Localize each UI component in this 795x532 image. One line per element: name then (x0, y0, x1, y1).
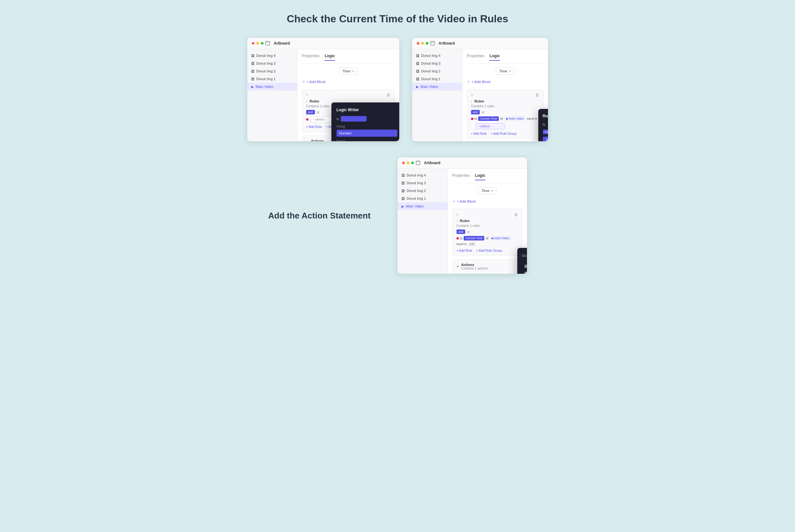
panel-3-content: Properties Logic Time ▾ ＋ + Add Block = (448, 169, 527, 274)
logic-popup-1: Logic Writer is String Number layout Don… (332, 102, 399, 141)
add-block-button[interactable]: ＋ + Add Block (302, 78, 395, 85)
panel-2-content: Properties Logic Time ▾ ＋ + Add Block = (462, 49, 548, 141)
p3-sidebar-item-donut1[interactable]: 🖼 Donut Img 1 (398, 194, 448, 202)
popup1-layout-label: layout (337, 139, 397, 141)
p2-sidebar-item-donut4[interactable]: 🖼 Donut Img 4 (412, 52, 462, 59)
p2-tab-properties[interactable]: Properties (467, 54, 485, 61)
sidebar-item-donut3[interactable]: 🖼 Donut Img 3 (247, 59, 297, 67)
sidebar-item-donut4[interactable]: 🖼 Donut Img 4 (247, 52, 297, 59)
panel-1-title: Artboard (274, 41, 290, 45)
tab-properties[interactable]: Properties (302, 54, 320, 61)
p2-trash-icon[interactable]: 🗑 (535, 93, 539, 97)
panel-1-sidebar: 🖼 Donut Img 4 🖼 Donut Img 3 🖼 Donut Img … (247, 49, 298, 141)
p2-or-label[interactable]: or (482, 111, 485, 114)
p2-current-time-chip[interactable]: Current Time (478, 116, 499, 121)
popup2-value-input[interactable] (543, 137, 548, 141)
close-dot[interactable] (252, 42, 254, 44)
p2-dropdown-row: Time ▾ (467, 68, 544, 75)
p3-max-dot[interactable] (411, 162, 414, 164)
p3-main-video-chip[interactable]: ▶ Main Video (490, 236, 511, 241)
p3-sidebar-item-donut4[interactable]: 🖼 Donut Img 4 (398, 171, 448, 179)
p3-rules-icon-row: ↕ Rules (456, 219, 518, 223)
p3-trash-icon[interactable]: 🗑 (514, 212, 518, 217)
popup3-donut2-item[interactable]: Donut Img 2 (522, 270, 527, 274)
popup2-is-label: Is (543, 122, 546, 126)
p3-and-or-row: and or (456, 229, 518, 234)
p3-sidebar-item-donut3[interactable]: 🖼 Donut Img 3 (398, 179, 448, 187)
sidebar-item-donut2[interactable]: 🖼 Donut Img 2 (247, 67, 297, 75)
add-rule-button[interactable]: + Add Rule (306, 125, 322, 129)
p3-or-label[interactable]: or (467, 230, 470, 234)
p2-main-video-chip[interactable]: ▶ Main Video (504, 116, 526, 121)
p2-sidebar-item-donut1[interactable]: 🖼 Donut Img 1 (412, 75, 462, 83)
artboard-icon (265, 41, 270, 45)
p2-select-row: --select-- (476, 123, 539, 129)
img-icon: 🖼 (251, 62, 254, 65)
p3-dropdown-arrow-icon: ▾ (491, 189, 493, 192)
sidebar-item-main-video[interactable]: ▶ Main Video (247, 83, 297, 91)
p3-add-rule-button[interactable]: + Add Rule (456, 249, 472, 252)
p3-tab-logic[interactable]: Logic (475, 173, 485, 180)
panel-2-body: 🖼 Donut Img 4 🖼 Donut Img 3 🖼 Donut Img … (412, 49, 548, 141)
p3-actions-title: Actions (461, 263, 488, 267)
p3-and-badge[interactable]: and (456, 229, 465, 234)
sidebar-item-donut1[interactable]: 🖼 Donut Img 1 (247, 75, 297, 83)
popup1-is-input[interactable] (341, 116, 367, 121)
p3-equal-to-label: equal to (456, 242, 467, 246)
p2-dropdown-arrow-icon: ▾ (509, 70, 511, 73)
p2-tab-logic[interactable]: Logic (490, 54, 500, 61)
p2-rule-select[interactable]: --select-- (476, 123, 505, 129)
p2-time-dropdown[interactable]: Time ▾ (496, 68, 514, 75)
popup2-header: Rules ✕ (543, 113, 548, 119)
p3-actions-icon: ✦ (456, 264, 459, 269)
p3-min-dot[interactable] (407, 162, 409, 164)
p3-img-icon2: 🖼 (401, 181, 405, 185)
p3-add-block-button[interactable]: ＋ + Add Block (452, 197, 523, 205)
p3-actions-block: ✦ Actions Contains 1 actions 👁 Show Donu… (452, 259, 523, 274)
p2-min-dot[interactable] (421, 42, 424, 44)
p3-sidebar-item-main-video[interactable]: ▶ Main Video (398, 202, 448, 210)
section-2-label: Add the Action Statement (268, 211, 378, 221)
popup1-header: Logic Writer (337, 108, 397, 112)
p3-close-dot[interactable] (402, 162, 405, 164)
p2-img-icon4: 🖼 (416, 77, 419, 81)
trash-icon[interactable]: 🗑 (387, 93, 391, 97)
p2-add-rule-button[interactable]: + Add Rule (471, 132, 487, 135)
p2-artboard-icon (430, 41, 435, 45)
p3-add-rule-group-button[interactable]: + Add Rule Group (476, 249, 502, 252)
p2-max-dot[interactable] (426, 42, 428, 44)
bottom-row: Add the Action Statement Artboard 🖼 Donu… (19, 157, 776, 274)
plus-icon: ＋ (302, 79, 305, 84)
popup1-number-item[interactable]: Number (337, 130, 397, 137)
or-label[interactable]: or (317, 111, 320, 114)
time-dropdown[interactable]: Time ▾ (339, 68, 357, 75)
popup2-is-row: Is (543, 122, 548, 126)
p2-add-block-button[interactable]: ＋ + Add Block (467, 78, 544, 85)
popup2-current-time[interactable]: Current Time (543, 130, 548, 134)
svg-rect-4 (416, 161, 420, 165)
p2-is-label: Is (475, 117, 477, 120)
p2-sidebar-item-main-video[interactable]: ▶ Main Video (412, 83, 462, 91)
min-dot[interactable] (257, 42, 259, 44)
p3-tab-properties[interactable]: Properties (452, 173, 470, 180)
p2-rules-block: = 🗑 ↕ Rules Contains 1 rules and or (467, 89, 544, 139)
tab-logic[interactable]: Logic (325, 54, 335, 61)
p3-current-time-chip[interactable]: Current Time (463, 236, 484, 241)
p2-close-dot[interactable] (417, 42, 419, 44)
svg-rect-2 (431, 41, 435, 45)
rules-title-icon: ↕ (306, 99, 308, 103)
max-dot[interactable] (261, 42, 264, 44)
p3-sidebar-item-donut2[interactable]: 🖼 Donut Img 2 (398, 187, 448, 194)
p2-and-badge[interactable]: and (471, 110, 480, 114)
and-badge[interactable]: and (306, 110, 315, 114)
p2-sidebar-item-donut3[interactable]: 🖼 Donut Img 3 (412, 59, 462, 67)
svg-rect-0 (266, 41, 270, 45)
popup2-title: Rules (543, 114, 548, 118)
p3-img-icon4: 🖼 (401, 197, 405, 201)
p2-sidebar-item-donut2[interactable]: 🖼 Donut Img 2 (412, 67, 462, 75)
p3-time-dropdown[interactable]: Time ▾ (478, 187, 496, 194)
p2-add-rule-group-button[interactable]: + Add Rule Group (491, 132, 517, 135)
p3-block-header: = 🗑 (456, 212, 518, 217)
p2-plus-icon: ＋ (467, 79, 470, 84)
popup3-donut1-item[interactable]: Donut Img 1 (522, 263, 527, 270)
